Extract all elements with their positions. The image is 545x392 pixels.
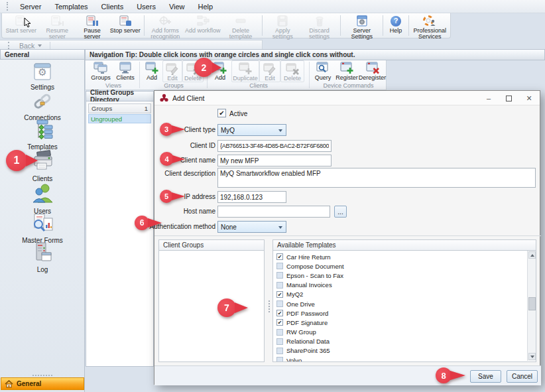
device-register-button[interactable]: Register — [335, 60, 359, 81]
checkbox-unchecked[interactable] — [276, 300, 283, 307]
checkbox-unchecked[interactable] — [276, 329, 283, 336]
template-item[interactable]: One Drive — [273, 299, 528, 308]
sidebar-resize-grip[interactable] — [0, 375, 85, 376]
panel-splitter[interactable] — [267, 251, 271, 362]
template-item[interactable]: Volvo — [273, 356, 528, 362]
active-checkbox[interactable]: ✔ — [217, 109, 226, 117]
template-item[interactable]: Manual Invoices — [273, 281, 528, 290]
help-button[interactable]: ? Help — [385, 14, 406, 37]
templates-scrollbar[interactable] — [527, 251, 536, 361]
template-item[interactable]: SharePoint 365 — [273, 346, 528, 356]
clients-delete-button[interactable]: Delete — [280, 60, 304, 82]
groups-add-label: Add — [147, 74, 157, 81]
resume-server-label: Resume server — [39, 28, 76, 40]
sidebar-item-templates[interactable]: Templates — [0, 119, 85, 151]
maximize-button[interactable] — [506, 96, 512, 101]
sidebar-item-settings[interactable]: ⚙ Settings — [0, 62, 85, 91]
checkbox-unchecked[interactable] — [276, 348, 283, 354]
client-description-label: Client description — [164, 170, 215, 177]
client-name-label: Client name — [180, 157, 215, 164]
menu-help[interactable]: Help — [192, 1, 219, 12]
checkbox-checked[interactable]: ✔ — [276, 319, 283, 326]
template-item[interactable]: ✔MyQ2 — [273, 290, 528, 299]
scrollbar-thumb[interactable] — [528, 297, 536, 310]
clients-duplicate-button[interactable]: Duplicate — [231, 60, 259, 82]
add-icon — [145, 61, 159, 74]
pause-server-button[interactable]: Pause server — [76, 14, 109, 37]
template-item[interactable]: ✔PDF Signature — [273, 318, 528, 327]
stop-server-button[interactable]: Stop server — [109, 14, 142, 37]
template-item[interactable]: ✔Car Hire Return — [273, 252, 528, 261]
close-button[interactable]: × — [525, 93, 533, 103]
sidebar-item-log[interactable]: Log — [0, 242, 85, 273]
template-item[interactable]: ✔PDF Password — [273, 308, 528, 318]
delete-template-button[interactable]: Delete template — [221, 14, 260, 37]
dialog-titlebar[interactable]: Add Client — [154, 91, 540, 105]
host-name-input[interactable] — [217, 206, 330, 218]
ribbon-group-label: Groups — [141, 82, 206, 89]
server-settings-label: Server Settings — [343, 28, 381, 40]
scroll-down-button[interactable] — [528, 353, 536, 360]
checkbox-unchecked[interactable] — [276, 263, 283, 269]
menu-templates[interactable]: Templates — [48, 1, 93, 12]
checkbox-checked[interactable]: ✔ — [276, 291, 283, 298]
apply-settings-label: Apply settings — [265, 28, 300, 40]
scroll-up-button[interactable] — [528, 251, 536, 259]
checkbox-unchecked[interactable] — [276, 282, 283, 289]
discard-settings-button[interactable]: Discard settings — [300, 14, 338, 37]
client-name-input[interactable] — [217, 155, 332, 166]
main-toolbar: Start server Resume server Pause server … — [1, 13, 451, 38]
add-workflow-button[interactable]: Add workflow — [184, 14, 221, 37]
template-item[interactable]: Relational Data — [273, 337, 528, 346]
menu-clients[interactable]: Clients — [95, 1, 130, 12]
clients-edit-button[interactable]: Edit — [259, 60, 280, 82]
apply-settings-button[interactable]: Apply settings — [265, 14, 300, 37]
server-settings-button[interactable]: Server Settings — [343, 14, 381, 37]
client-id-input[interactable] — [217, 140, 332, 152]
authentication-method-dropdown[interactable]: None — [217, 221, 286, 233]
ip-address-input[interactable] — [217, 191, 286, 203]
clients-edit-label: Edit — [265, 75, 275, 82]
sidebar-footer-general[interactable]: General — [1, 377, 84, 390]
client-groups-panel-body[interactable] — [158, 251, 265, 362]
resume-server-button[interactable]: Resume server — [39, 14, 76, 37]
menu-users[interactable]: Users — [131, 1, 162, 12]
checkbox-unchecked[interactable] — [276, 357, 283, 362]
cancel-button[interactable]: Cancel — [507, 370, 538, 383]
groups-add-button[interactable]: Add — [141, 60, 162, 81]
save-button[interactable]: Save — [470, 370, 501, 383]
client-description-input[interactable]: MyQ Smartworkflow enabled MFP — [217, 168, 536, 188]
add-client-dialog: Add Client – × ✔ Active Client type MyQ … — [154, 90, 540, 385]
sidebar-item-master-forms[interactable]: Master Forms — [0, 213, 85, 244]
groups-list-header: Groups 1 — [88, 103, 151, 113]
group-row-ungrouped[interactable]: Ungrouped — [88, 114, 151, 123]
add-workflow-icon — [196, 15, 210, 27]
navigation-tip-text: Navigation Tip: Double click icons with … — [90, 51, 355, 58]
device-deregister-button[interactable]: Deregister — [359, 60, 386, 81]
minimize-button[interactable]: – — [485, 94, 493, 102]
back-button[interactable]: Back — [14, 42, 47, 50]
checkbox-checked[interactable]: ✔ — [276, 253, 283, 260]
template-item[interactable]: RW Group — [273, 328, 528, 337]
annotation-pin-7: 7 — [217, 298, 248, 317]
menu-view[interactable]: View — [163, 1, 191, 12]
start-server-button[interactable]: Start server — [3, 14, 39, 37]
menu-server[interactable]: Server — [14, 1, 47, 12]
checkbox-unchecked[interactable] — [276, 272, 283, 279]
template-item[interactable]: Epson - Scan to Fax — [273, 271, 528, 280]
client-type-dropdown[interactable]: MyQ — [217, 124, 286, 136]
device-query-button[interactable]: Query — [311, 60, 335, 81]
checkbox-checked[interactable]: ✔ — [276, 310, 283, 316]
groups-edit-button[interactable]: Edit — [162, 60, 182, 82]
template-item[interactable]: Compose Document — [273, 261, 528, 271]
ribbon-group-label: Device Commands — [311, 82, 386, 89]
sidebar-item-connections[interactable]: Connections — [0, 90, 85, 121]
views-clients-button[interactable]: Clients — [113, 60, 137, 81]
professional-services-label: Professional Services — [411, 28, 449, 40]
sidebar-item-users[interactable]: Users — [0, 182, 85, 215]
add-forms-recognition-button[interactable]: Add forms recognition — [147, 14, 184, 37]
checkbox-unchecked[interactable] — [276, 338, 283, 345]
views-groups-button[interactable]: Groups — [88, 60, 113, 81]
host-name-browse-button[interactable]: ... — [334, 206, 347, 218]
professional-services-button[interactable]: Professional Services — [411, 14, 449, 37]
